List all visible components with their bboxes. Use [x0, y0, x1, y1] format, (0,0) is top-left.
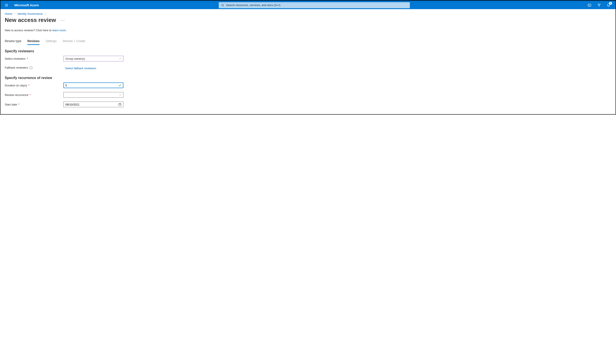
checkmark-icon	[118, 84, 121, 87]
fallback-reviewers-label-text: Fallback reviewers	[5, 66, 28, 69]
top-bar: Microsoft Azure	[0, 0, 616, 9]
brand-label: Microsoft Azure	[13, 3, 44, 7]
select-reviewers-label-text: Select reviewers	[5, 57, 26, 60]
field-fallback-reviewers: Fallback reviewers i Select fallback rev…	[5, 65, 611, 70]
intro-text: New to access reviews? Click here to lea…	[5, 29, 611, 32]
intro-suffix: .	[66, 29, 67, 32]
select-reviewers-value: Group owner(s)	[65, 57, 85, 60]
fallback-reviewers-label: Fallback reviewers i	[5, 66, 63, 69]
tab-review-type[interactable]: Review type	[5, 38, 21, 45]
topbar-icons: 2	[585, 1, 614, 10]
svg-rect-8	[119, 104, 121, 105]
tabs: Review type Reviews Settings Review + Cr…	[5, 38, 611, 45]
notification-badge: 2	[609, 2, 612, 5]
global-search[interactable]	[219, 2, 410, 8]
more-actions-button[interactable]: ⋯	[60, 18, 65, 22]
breadcrumb-identity-governance[interactable]: Identity Governance	[17, 12, 42, 15]
chevron-down-icon	[119, 57, 121, 60]
search-wrap	[45, 2, 583, 8]
svg-point-3	[222, 4, 224, 6]
chevron-right-icon: ›	[14, 13, 15, 15]
required-indicator: *	[28, 84, 29, 87]
svg-rect-5	[588, 4, 591, 6]
hamburger-menu-button[interactable]	[2, 1, 11, 10]
start-date-input[interactable]	[65, 103, 118, 106]
page-title-row: New access review ⋯	[5, 17, 611, 24]
calendar-icon[interactable]	[118, 103, 121, 106]
cloud-shell-button[interactable]	[585, 1, 594, 10]
start-date-input-wrap[interactable]	[63, 102, 123, 107]
field-duration: Duration (in days) *	[5, 82, 611, 88]
content-area: Home › Identity Governance › New access …	[0, 9, 616, 114]
tab-settings: Settings	[46, 38, 57, 45]
review-recurrence-dropdown[interactable]	[63, 92, 123, 98]
svg-line-4	[223, 6, 224, 6]
tab-reviews[interactable]: Reviews	[27, 38, 40, 45]
cloud-shell-icon	[588, 3, 591, 7]
field-select-reviewers: Select reviewers * Group owner(s)	[5, 56, 611, 61]
section-specify-recurrence: Specify recurrence of review	[5, 76, 611, 80]
page-title: New access review	[5, 17, 56, 24]
breadcrumb: Home › Identity Governance ›	[5, 12, 611, 15]
learn-more-link[interactable]: learn more	[52, 29, 66, 32]
filter-button[interactable]	[595, 1, 603, 10]
tab-review-create: Review + Create	[63, 38, 85, 45]
review-recurrence-label-text: Review recurrence	[5, 93, 28, 97]
select-reviewers-label: Select reviewers *	[5, 57, 63, 60]
duration-input[interactable]	[65, 84, 118, 87]
info-icon[interactable]: i	[29, 66, 33, 69]
field-review-recurrence: Review recurrence *	[5, 92, 611, 98]
filter-icon	[597, 3, 601, 7]
start-date-label-text: Start date	[5, 103, 17, 106]
hamburger-icon	[5, 3, 9, 7]
breadcrumb-home[interactable]: Home	[5, 12, 12, 15]
notifications-button[interactable]: 2	[604, 1, 613, 10]
required-indicator: *	[27, 57, 28, 60]
start-date-label: Start date *	[5, 103, 63, 106]
svg-marker-7	[598, 4, 600, 6]
duration-input-wrap[interactable]	[63, 82, 123, 88]
duration-label-text: Duration (in days)	[5, 84, 27, 87]
required-indicator: *	[18, 103, 19, 106]
select-reviewers-dropdown[interactable]: Group owner(s)	[63, 56, 123, 61]
intro-prefix: New to access reviews? Click here to	[5, 29, 52, 32]
required-indicator: *	[29, 93, 31, 97]
search-icon	[221, 4, 224, 7]
field-start-date: Start date *	[5, 102, 611, 107]
chevron-down-icon	[119, 93, 121, 96]
select-fallback-reviewers-link[interactable]: Select fallback reviewers	[63, 65, 96, 70]
section-specify-reviewers: Specify reviewers	[5, 49, 611, 53]
review-recurrence-label: Review recurrence *	[5, 93, 63, 97]
chevron-right-icon: ›	[45, 13, 46, 15]
duration-label: Duration (in days) *	[5, 84, 63, 87]
search-input[interactable]	[226, 3, 407, 7]
